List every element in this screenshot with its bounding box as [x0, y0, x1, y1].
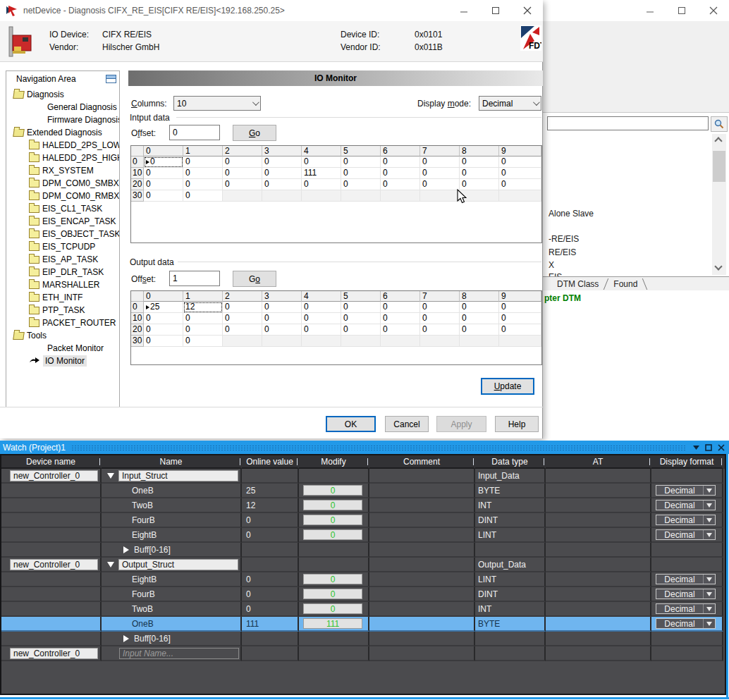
grid-cell[interactable]: 0: [302, 156, 341, 168]
host-minimize-button[interactable]: [634, 0, 666, 21]
grid-cell[interactable]: 0: [420, 313, 460, 324]
watch-row-twob[interactable]: TwoB120INTDecimal: [1, 498, 725, 513]
grid-cell[interactable]: 0: [381, 168, 420, 179]
nav-item-packet-router[interactable]: PACKET_ROUTER: [6, 317, 119, 329]
grid-cell[interactable]: 12: [183, 302, 223, 313]
grid-cell[interactable]: 0: [223, 179, 262, 190]
grid-cell[interactable]: 0: [183, 336, 223, 347]
grid-cell[interactable]: 0: [144, 179, 183, 190]
display-format-dropdown[interactable]: Decimal: [656, 618, 716, 629]
nav-item-marshaller[interactable]: MARSHALLER: [6, 278, 119, 291]
grid-cell[interactable]: 0: [262, 156, 302, 168]
watch-row-oneb[interactable]: OneB250BYTEDecimal: [1, 484, 725, 498]
grid-cell[interactable]: 0: [460, 156, 499, 168]
expander-collapsed-icon[interactable]: [123, 546, 129, 553]
grid-cell[interactable]: 0: [223, 302, 262, 313]
nav-item-general-diagnosis[interactable]: General Diagnosis: [6, 101, 119, 113]
catalog-list-item[interactable]: -RE/EIS: [549, 234, 579, 244]
grid-cell[interactable]: 0: [302, 302, 341, 313]
watch-row-fourb[interactable]: FourB00DINTDecimal: [1, 513, 725, 528]
grid-cell[interactable]: [420, 336, 460, 347]
catalog-list-item[interactable]: Alone Slave: [549, 209, 594, 219]
grid-cell[interactable]: [499, 336, 541, 347]
grid-cell[interactable]: [341, 190, 381, 202]
device-search-input[interactable]: [547, 116, 709, 130]
grid-cell[interactable]: 0: [223, 324, 262, 336]
tab-found[interactable]: Found: [606, 279, 644, 289]
grid-cell[interactable]: 0: [381, 302, 420, 313]
grid-cell[interactable]: 0: [420, 168, 460, 179]
grid-cell[interactable]: 0: [183, 168, 223, 179]
nav-item-ptp-task[interactable]: PTP_TASK: [6, 304, 119, 317]
watch-row-eightb[interactable]: EightB00LINTDecimal: [1, 528, 725, 543]
catalog-list-item[interactable]: RE/EIS: [549, 247, 576, 257]
modify-value-field[interactable]: 0: [303, 515, 362, 525]
grid-cell[interactable]: 0: [183, 190, 223, 202]
grid-cell[interactable]: 0: [460, 324, 499, 336]
catalog-list-item[interactable]: X: [549, 260, 554, 270]
grid-cell[interactable]: 0: [499, 156, 541, 168]
grid-cell[interactable]: 0: [223, 313, 262, 324]
grid-cell[interactable]: 0: [183, 179, 223, 190]
output-offset-field[interactable]: [169, 271, 220, 286]
grid-cell[interactable]: 0: [144, 156, 183, 168]
grid-cell[interactable]: 111: [302, 168, 341, 179]
nav-item-packet-monitor[interactable]: Packet Monitor: [6, 342, 119, 355]
grid-cell[interactable]: 0: [341, 168, 381, 179]
grid-cell[interactable]: 0: [341, 179, 381, 190]
grid-cell[interactable]: 0: [499, 168, 541, 179]
nav-item-eis-encap-task[interactable]: EIS_ENCAP_TASK: [6, 215, 119, 228]
grid-cell[interactable]: [381, 336, 420, 347]
grid-cell[interactable]: [302, 336, 341, 347]
update-button[interactable]: Update: [481, 378, 534, 395]
ok-button[interactable]: OK: [326, 416, 376, 432]
display-format-dropdown[interactable]: Decimal: [656, 485, 716, 496]
grid-cell[interactable]: 0: [499, 324, 541, 336]
struct-name-field[interactable]: Input_Struct: [118, 470, 238, 481]
device-name-field[interactable]: new_Controller_0: [10, 648, 98, 659]
scrollbar-thumb[interactable]: [713, 151, 725, 182]
nav-item-dpm-com0-rmbx[interactable]: DPM_COM0_RMBX: [6, 190, 119, 202]
grid-cell[interactable]: 0: [420, 324, 460, 336]
grid-cell[interactable]: 0: [262, 179, 302, 190]
host-scrollbar[interactable]: [712, 134, 726, 275]
help-button[interactable]: Help: [495, 416, 539, 432]
host-close-button[interactable]: [697, 0, 729, 21]
grid-cell[interactable]: 0: [381, 324, 420, 336]
modify-value-field[interactable]: 0: [303, 485, 362, 496]
grid-cell[interactable]: 0: [302, 324, 341, 336]
grid-cell[interactable]: [341, 336, 381, 347]
output-go-button[interactable]: Go: [233, 271, 276, 287]
grid-cell[interactable]: 0: [223, 168, 262, 179]
grid-cell[interactable]: 0: [420, 179, 460, 190]
dialog-maximize-button[interactable]: [479, 0, 511, 21]
grid-cell[interactable]: 25: [144, 302, 183, 313]
device-name-field[interactable]: new_Controller_0: [10, 559, 98, 570]
grid-cell[interactable]: [223, 336, 262, 347]
grid-cell[interactable]: 0: [460, 313, 499, 324]
grid-cell[interactable]: 0: [262, 302, 302, 313]
grid-cell[interactable]: [381, 190, 420, 202]
device-name-field[interactable]: new_Controller_0: [10, 470, 98, 481]
modify-value-field[interactable]: 0: [303, 574, 362, 584]
grid-cell[interactable]: 0: [341, 156, 381, 168]
nav-item-eth-intf[interactable]: ETH_INTF: [6, 291, 119, 304]
modify-value-field[interactable]: 0: [303, 603, 362, 614]
scroll-up-icon[interactable]: [714, 137, 722, 145]
dialog-minimize-button[interactable]: [448, 0, 479, 21]
watch-column-header-modify[interactable]: Modify: [299, 455, 369, 469]
watch-row-oneb[interactable]: OneB111111BYTEDecimal: [1, 617, 725, 632]
grid-cell[interactable]: 0: [460, 168, 499, 179]
panel-window-icon[interactable]: [106, 75, 116, 83]
watch-column-header-device-name[interactable]: Device name: [1, 455, 102, 469]
grid-cell[interactable]: 0: [262, 324, 302, 336]
nav-item-rx-system[interactable]: RX_SYSTEM: [6, 164, 119, 177]
modify-value-field[interactable]: 111: [303, 618, 362, 629]
nav-item-eis-ap-task[interactable]: EIS_AP_TASK: [6, 253, 119, 266]
display-format-dropdown[interactable]: Decimal: [656, 603, 716, 614]
grid-cell[interactable]: 0: [302, 313, 341, 324]
grid-cell[interactable]: 0: [183, 324, 223, 336]
grid-cell[interactable]: 0: [341, 324, 381, 336]
nav-item-eip-dlr-task[interactable]: EIP_DLR_TASK: [6, 266, 119, 278]
grid-cell[interactable]: 0: [144, 168, 183, 179]
